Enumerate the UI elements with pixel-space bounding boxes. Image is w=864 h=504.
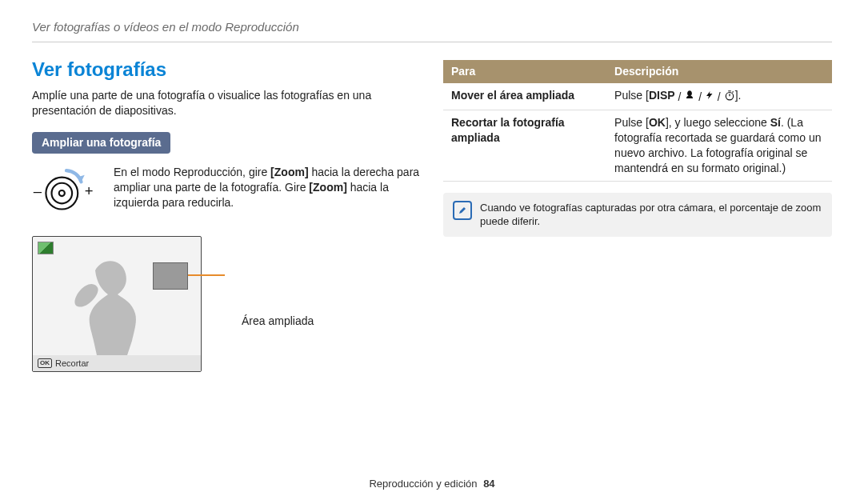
zoom-rectangle-overlay bbox=[153, 262, 188, 290]
svg-point-1 bbox=[46, 178, 78, 210]
slash-sep-icon: / bbox=[678, 90, 682, 105]
breadcrumb: Ver fotografías o vídeos en el modo Repr… bbox=[32, 19, 832, 35]
row-para: Mover el área ampliada bbox=[443, 83, 606, 110]
preview-illustration: OK Recortar Área ampliada bbox=[32, 236, 421, 372]
disp-key-text: DISP bbox=[649, 89, 675, 102]
footer-text: Reproducción y edición bbox=[369, 478, 477, 490]
page-footer: Reproducción y edición 84 bbox=[0, 477, 864, 491]
row-para: Recortar la fotografía ampliada bbox=[443, 110, 606, 182]
right-column: Para Descripción Mover el área ampliada … bbox=[443, 57, 832, 372]
picture-icon bbox=[38, 242, 54, 254]
note-box: Cuando ve fotografías capturadas por otr… bbox=[443, 193, 832, 237]
note-text: Cuando ve fotografías capturadas por otr… bbox=[480, 201, 822, 229]
table-row: Mover el área ampliada Pulse [DISP / / bbox=[443, 83, 832, 110]
ok-key-text: OK bbox=[649, 116, 666, 129]
row-desc: Pulse [OK], y luego seleccione Sí. (La f… bbox=[606, 110, 832, 182]
zoom-dial-icon: – + bbox=[32, 165, 101, 220]
macro-icon bbox=[684, 90, 695, 105]
page-number: 84 bbox=[483, 478, 494, 490]
yes-option: Sí bbox=[770, 116, 781, 129]
header-rule bbox=[32, 42, 832, 42]
table-header-row: Para Descripción bbox=[443, 60, 832, 83]
description-table: Para Descripción Mover el área ampliada … bbox=[443, 60, 832, 181]
table-row: Recortar la fotografía ampliada Pulse [O… bbox=[443, 110, 832, 182]
svg-point-2 bbox=[52, 183, 73, 204]
left-column: Ver fotografías Amplíe una parte de una … bbox=[32, 57, 421, 372]
preview-frame: OK Recortar bbox=[32, 236, 202, 372]
zoom-instruction-block: – + En el modo Reproducción, gire [Zoom]… bbox=[32, 165, 421, 220]
zoom-key-2: [Zoom] bbox=[309, 181, 346, 194]
child-silhouette-icon bbox=[65, 259, 161, 355]
svg-point-6 bbox=[726, 93, 733, 100]
slash-sep-icon: / bbox=[718, 90, 721, 105]
slash-sep-icon: / bbox=[698, 90, 702, 105]
info-note-icon bbox=[453, 201, 472, 220]
timer-icon bbox=[724, 90, 735, 105]
preview-footer-label: Recortar bbox=[55, 358, 89, 370]
callout-leader-line bbox=[188, 274, 225, 276]
row-desc: Pulse [DISP / / / bbox=[606, 83, 832, 110]
section-intro: Amplíe una parte de una fotografía o vis… bbox=[32, 88, 421, 118]
header-para: Para bbox=[443, 60, 606, 83]
svg-point-3 bbox=[59, 190, 65, 196]
ok-key-icon: OK bbox=[38, 358, 52, 368]
zoom-key-1: [Zoom] bbox=[270, 166, 308, 178]
flash-icon bbox=[705, 90, 714, 105]
preview-footer: OK Recortar bbox=[33, 355, 201, 371]
zoom-instruction-text: En el modo Reproducción, gire [Zoom] hac… bbox=[114, 165, 421, 210]
section-title: Ver fotografías bbox=[32, 57, 421, 82]
svg-text:–: – bbox=[34, 182, 42, 199]
svg-text:+: + bbox=[85, 182, 94, 199]
header-desc: Descripción bbox=[606, 60, 832, 83]
subheading-pill: Ampliar una fotografía bbox=[32, 132, 170, 154]
callout-label: Área ampliada bbox=[242, 314, 314, 329]
